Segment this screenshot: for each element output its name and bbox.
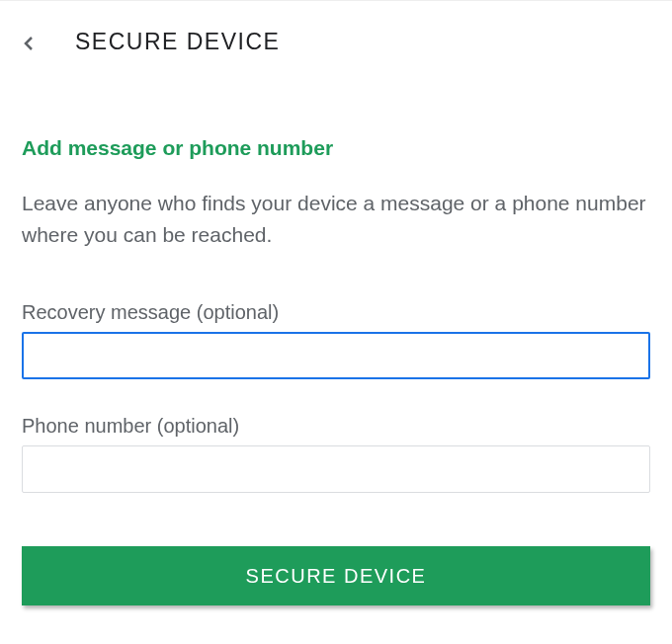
phone-number-label: Phone number (optional) bbox=[22, 415, 650, 438]
phone-number-input[interactable] bbox=[22, 445, 650, 493]
section-title: Add message or phone number bbox=[22, 136, 650, 160]
recovery-message-input[interactable] bbox=[22, 332, 650, 379]
header: SECURE DEVICE bbox=[0, 1, 672, 75]
recovery-message-label: Recovery message (optional) bbox=[22, 301, 650, 324]
secure-device-button[interactable]: SECURE DEVICE bbox=[22, 546, 650, 605]
section-description: Leave anyone who finds your device a mes… bbox=[22, 188, 650, 250]
content-area: Add message or phone number Leave anyone… bbox=[0, 136, 672, 493]
back-icon[interactable] bbox=[22, 37, 36, 50]
page-title: SECURE DEVICE bbox=[75, 29, 280, 55]
button-container: SECURE DEVICE bbox=[0, 528, 672, 605]
phone-number-field-group: Phone number (optional) bbox=[22, 415, 650, 493]
recovery-message-field-group: Recovery message (optional) bbox=[22, 301, 650, 379]
